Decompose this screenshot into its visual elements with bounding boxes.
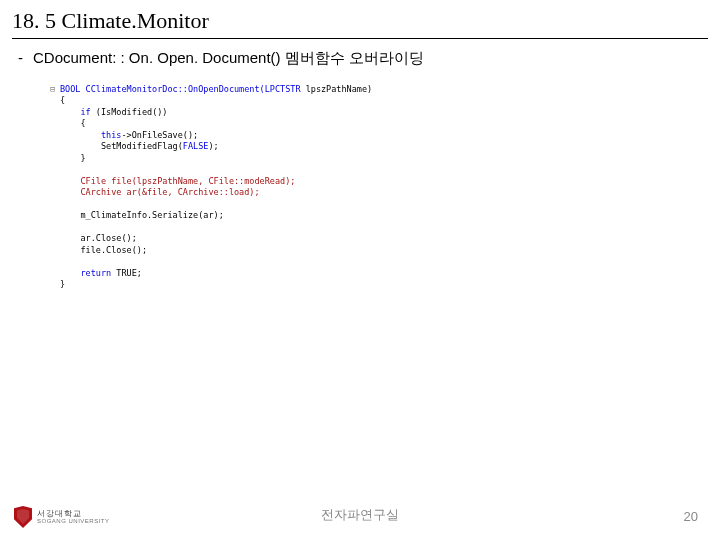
footer: 서강대학교 SOGANG UNIVERSITY 전자파연구실 20	[0, 490, 720, 530]
page-number: 20	[684, 509, 698, 524]
bullet-item: - CDocument: : On. Open. Document() 멤버함수…	[18, 49, 702, 68]
bullet-dash: -	[18, 49, 23, 66]
bullet-text: CDocument: : On. Open. Document() 멤버함수 오…	[33, 49, 424, 68]
page-title: 18. 5 Climate.Monitor	[12, 8, 708, 38]
code: BOOL CClimateMonitorDoc::OnOpenDocument(	[60, 84, 265, 94]
title-underline	[12, 38, 708, 39]
footer-center-text: 전자파연구실	[0, 506, 720, 524]
code-block: ⊟BOOL CClimateMonitorDoc::OnOpenDocument…	[48, 80, 608, 306]
